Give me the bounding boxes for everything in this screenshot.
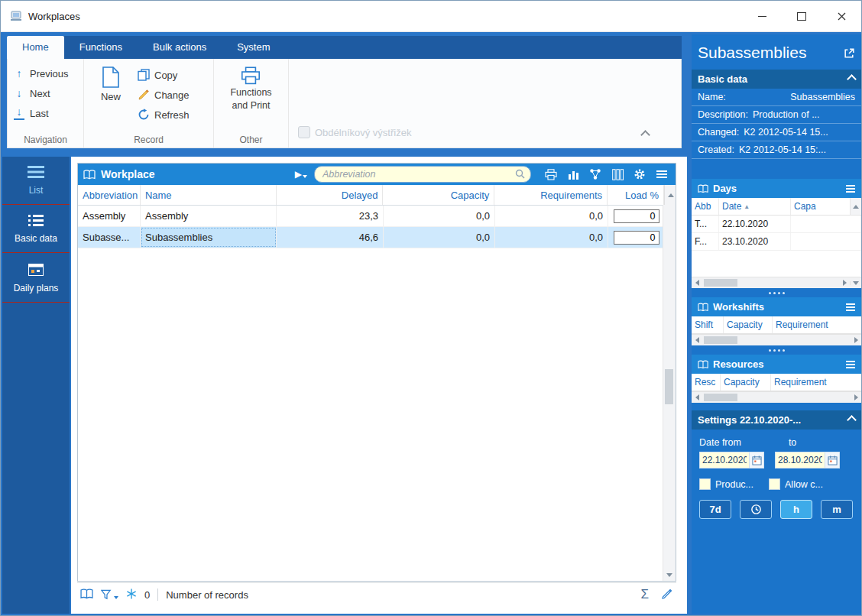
scroll-right-button[interactable] (839, 280, 850, 286)
calendar-button[interactable] (749, 452, 763, 468)
days-column-abb[interactable]: Abb (692, 198, 719, 215)
close-button[interactable] (821, 1, 861, 31)
grid-menu-button[interactable] (653, 166, 670, 183)
cell-capacity[interactable]: 0,0 (384, 206, 495, 226)
days-row[interactable]: F... 23.10.2020 (692, 233, 861, 251)
resources-column-requirement[interactable]: Requirement (771, 374, 861, 391)
scroll-left-button[interactable] (692, 394, 702, 400)
date-to-input[interactable] (776, 455, 825, 465)
sidebar-item-list[interactable]: List (2, 157, 70, 205)
scrollbar-thumb[interactable] (704, 336, 737, 344)
cell-name[interactable]: Assembly (141, 206, 277, 226)
ribbon-collapse-button[interactable] (642, 128, 649, 141)
scroll-left-button[interactable] (692, 337, 702, 343)
cell-name[interactable]: Subassemblies (141, 227, 277, 248)
days-section-header[interactable]: Days (692, 179, 861, 198)
panel-splitter-handle[interactable] (692, 345, 861, 355)
calendar-button[interactable] (825, 452, 839, 468)
edit-button[interactable] (661, 588, 673, 602)
scroll-up-button[interactable] (850, 198, 861, 215)
columns-button[interactable] (609, 166, 626, 183)
horizontal-scrollbar[interactable] (692, 391, 861, 403)
period-7d-button[interactable]: 7d (699, 500, 731, 519)
chart-button[interactable] (565, 166, 582, 183)
menu-icon[interactable] (846, 361, 855, 368)
basic-data-section-header[interactable]: Basic data (692, 70, 861, 89)
cell-requirements[interactable]: 0,0 (495, 227, 608, 248)
workshifts-column-requirement[interactable]: Requirement (773, 316, 861, 333)
scrollbar-thumb[interactable] (704, 279, 737, 287)
days-column-capacity[interactable]: Capa (791, 198, 850, 215)
sum-button[interactable]: Σ (640, 587, 649, 602)
allow-checkbox[interactable] (769, 478, 780, 490)
cell-capacity[interactable]: 0,0 (384, 227, 495, 248)
previous-button[interactable]: ↑ Previous (12, 63, 79, 83)
settings-section-header[interactable]: Settings 22.10.2020-... (692, 410, 861, 430)
cell-abbreviation[interactable]: Subasse... (78, 227, 141, 248)
freeze-button[interactable] (126, 588, 137, 601)
column-header-name[interactable]: Name (141, 185, 277, 205)
cell-capacity[interactable] (791, 233, 861, 250)
table-row-selected[interactable]: Subasse... Subassemblies 46,6 0,0 0,0 (78, 227, 665, 248)
tab-bulk-actions[interactable]: Bulk actions (138, 36, 222, 59)
search-run-button[interactable]: ▶ (295, 169, 307, 180)
workshifts-section-header[interactable]: Workshifts (692, 297, 861, 316)
scrollbar-track[interactable] (702, 335, 851, 345)
tab-home[interactable]: Home (7, 36, 64, 59)
scroll-right-button[interactable] (851, 337, 861, 343)
cell-date[interactable]: 23.10.2020 (719, 233, 791, 250)
column-header-abbreviation[interactable]: Abbreviation (78, 185, 141, 205)
scrollbar-thumb[interactable] (665, 369, 673, 404)
next-button[interactable]: ↓ Next (12, 83, 79, 103)
sidebar-item-basic-data[interactable]: Basic data (2, 205, 70, 253)
period-minutes-button[interactable]: m (821, 500, 853, 519)
functions-and-print-button[interactable]: Functions and Print (230, 63, 271, 132)
scrollbar-thumb[interactable] (704, 394, 737, 401)
table-row[interactable]: Assembly Assembly 23,3 0,0 0,0 (78, 206, 665, 227)
change-button[interactable]: Change (138, 85, 190, 105)
sidebar-item-daily-plans[interactable]: Daily plans (2, 253, 70, 303)
tab-functions[interactable]: Functions (64, 36, 138, 59)
days-column-date[interactable]: Date▲ (719, 198, 791, 215)
scroll-right-button[interactable] (851, 394, 861, 400)
resources-section-header[interactable]: Resources (692, 355, 861, 374)
panel-splitter-handle[interactable] (692, 288, 861, 297)
cell-capacity[interactable] (791, 216, 861, 232)
new-button[interactable]: New (89, 63, 133, 132)
date-from-input[interactable] (700, 455, 749, 465)
column-header-load[interactable]: Load % (608, 185, 664, 205)
workshifts-column-shift[interactable]: Shift (692, 316, 724, 333)
tab-system[interactable]: System (222, 36, 285, 59)
scroll-down-button[interactable] (850, 281, 861, 285)
scrollbar-track[interactable] (702, 392, 851, 403)
column-header-requirements[interactable]: Requirements (494, 185, 608, 205)
column-header-delayed[interactable]: Delayed (277, 185, 384, 205)
days-row[interactable]: T... 22.10.2020 (692, 216, 861, 233)
scroll-left-button[interactable] (692, 280, 702, 286)
scrollbar-track[interactable] (702, 277, 839, 288)
cell-date[interactable]: 22.10.2020 (719, 216, 791, 232)
workshifts-column-capacity[interactable]: Capacity (724, 316, 773, 333)
settings-button[interactable] (631, 166, 648, 183)
load-percent-input[interactable] (614, 231, 659, 245)
last-button[interactable]: ↓ Last (12, 103, 79, 123)
relations-button[interactable] (587, 166, 604, 183)
open-in-window-button[interactable] (844, 47, 855, 59)
cell-abb[interactable]: F... (692, 233, 719, 250)
menu-icon[interactable] (846, 303, 855, 311)
period-hours-button[interactable]: h (780, 500, 812, 519)
menu-icon[interactable] (846, 185, 855, 193)
cell-abbreviation[interactable]: Assembly (78, 206, 141, 226)
refresh-button[interactable]: Refresh (138, 105, 190, 125)
filter-button[interactable] (101, 589, 118, 600)
cell-delayed[interactable]: 46,6 (277, 227, 384, 248)
minimize-button[interactable] (742, 1, 782, 31)
view-mode-button[interactable] (80, 588, 93, 601)
production-checkbox[interactable] (699, 478, 711, 490)
cell-abb[interactable]: T... (692, 216, 719, 232)
vertical-scrollbar[interactable] (663, 205, 676, 581)
maximize-button[interactable] (782, 1, 821, 31)
load-percent-input[interactable] (614, 209, 659, 223)
scroll-up-button[interactable] (664, 185, 676, 205)
cell-delayed[interactable]: 23,3 (277, 206, 384, 226)
